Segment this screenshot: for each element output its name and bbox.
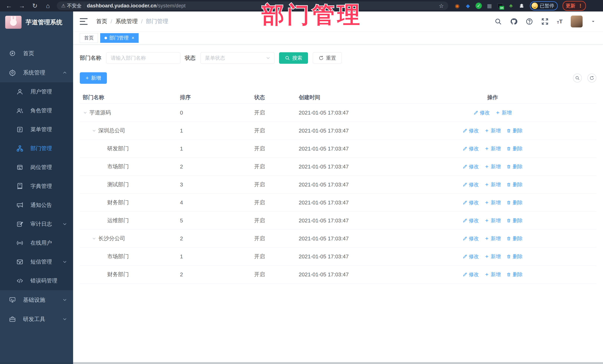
action-plus-link[interactable]: 新增 (485, 199, 501, 206)
plus-icon (485, 146, 489, 151)
action-plus-link[interactable]: 新增 (485, 127, 501, 134)
action-label: 修改 (469, 235, 479, 242)
tab-close-icon[interactable]: × (132, 35, 134, 41)
action-plus-link[interactable]: 新增 (495, 109, 512, 116)
action-label: 新增 (491, 235, 501, 242)
action-pencil-link[interactable]: 修改 (463, 163, 479, 170)
sidebar-item-6-badge-icon[interactable]: 岗位管理 (0, 158, 73, 177)
browser-update-button[interactable]: 更新 ⋮ (563, 1, 586, 11)
sidebar-item-9-audit-log-icon[interactable]: 审计日志 (0, 215, 73, 233)
bookmark-star-icon[interactable]: ☆ (439, 3, 444, 9)
extension-puzzle-icon[interactable] (518, 2, 525, 9)
extension-leaf-icon[interactable]: ♣ (508, 2, 514, 9)
sidebar-item-3-users-icon[interactable]: 角色管理 (0, 101, 73, 120)
action-pencil-link[interactable]: 修改 (463, 181, 479, 188)
action-trash-link[interactable]: 删除 (506, 199, 523, 206)
sidebar-item-8-announcement-icon[interactable]: 通知公告 (0, 196, 73, 215)
col-header-sort: 排序 (180, 94, 254, 101)
action-pencil-link[interactable]: 修改 (463, 271, 479, 278)
sidebar-item-label: 在线用户 (30, 239, 68, 247)
sidebar-item-5-org-tree-icon[interactable]: 部门管理 (0, 139, 73, 158)
search-button[interactable]: 搜索 (279, 52, 308, 64)
refresh-button[interactable] (587, 74, 596, 82)
tab-1[interactable]: 部门管理× (100, 33, 139, 43)
action-plus-link[interactable]: 新增 (485, 217, 501, 224)
github-icon[interactable] (510, 18, 517, 25)
dept-sort: 2 (180, 272, 254, 278)
status-select[interactable]: 菜单状态 (200, 52, 275, 64)
sidebar-item-2-user-icon[interactable]: 用户管理 (0, 82, 73, 101)
toggle-search-button[interactable] (573, 74, 582, 82)
breadcrumb-item-1[interactable]: 系统管理 (116, 18, 138, 25)
user-avatar[interactable] (571, 16, 583, 27)
user-menu-caret-icon[interactable] (591, 19, 596, 24)
extension-orange-icon[interactable]: ◉ (454, 2, 461, 9)
browser-menu-icon[interactable]: ⋮ (578, 3, 583, 9)
browser-back-icon[interactable]: ← (5, 2, 13, 10)
action-label: 新增 (491, 145, 501, 152)
plus-icon (485, 200, 489, 205)
action-pencil-link[interactable]: 修改 (463, 217, 479, 224)
sidebar-item-13-infrastructure-icon[interactable]: 基础设施 (0, 290, 73, 309)
action-pencil-link[interactable]: 修改 (474, 109, 490, 116)
site-security-warning[interactable]: ⚠不安全 (61, 3, 81, 9)
address-bar[interactable]: ⚠不安全 dashboard.yudao.iocoder.cn/system/d… (57, 1, 448, 10)
users-icon (16, 107, 23, 114)
action-trash-link[interactable]: 删除 (506, 145, 523, 152)
table-body: 芋道源码0开启2021-01-05 17:03:47修改新增深圳总公司1开启20… (80, 104, 596, 284)
extension-green-check-icon[interactable]: ✓ (475, 2, 482, 9)
browser-home-icon[interactable]: ⌂ (44, 2, 52, 10)
search-icon[interactable] (494, 18, 502, 25)
action-trash-link[interactable]: 删除 (506, 253, 523, 260)
sidebar-collapse-icon[interactable] (80, 18, 88, 25)
sidebar-item-1-gear-icon[interactable]: 系统管理 (0, 63, 73, 82)
sidebar-item-4-menu-list-icon[interactable]: 菜单管理 (0, 120, 73, 139)
extension-grid-icon[interactable]: ▦ (486, 2, 493, 9)
profile-paused-pill[interactable]: 已暂停 (530, 1, 558, 10)
extension-blue-icon[interactable]: ◆ (464, 2, 471, 9)
sidebar-item-10-online-users-icon[interactable]: 在线用户 (0, 233, 73, 253)
tab-0[interactable]: 首页 (80, 33, 98, 43)
browser-forward-icon[interactable]: → (18, 2, 26, 10)
plus-icon (485, 218, 489, 223)
row-expand-caret-icon[interactable] (92, 236, 98, 241)
action-plus-link[interactable]: 新增 (485, 271, 501, 278)
action-plus-link[interactable]: 新增 (485, 253, 501, 260)
sidebar-item-12-error-code-icon[interactable]: 错误码管理 (0, 271, 73, 290)
app-logo-row[interactable]: 芋道管理系统 (0, 11, 73, 33)
action-trash-link[interactable]: 删除 (506, 163, 523, 170)
reset-button[interactable]: 重置 (313, 52, 342, 64)
browser-reload-icon[interactable]: ↻ (31, 2, 39, 10)
action-trash-link[interactable]: 删除 (506, 217, 523, 224)
action-plus-link[interactable]: 新增 (485, 235, 501, 242)
action-trash-link[interactable]: 删除 (506, 235, 523, 242)
sidebar-item-0-dashboard-icon[interactable]: 首页 (0, 44, 73, 63)
sidebar-item-14-dev-tools-icon[interactable]: 研发工具 (0, 309, 73, 329)
dept-sort: 5 (180, 218, 254, 224)
action-plus-link[interactable]: 新增 (485, 181, 501, 188)
plus-icon: + (86, 75, 89, 81)
extension-on-badge-icon[interactable] (497, 2, 504, 9)
breadcrumb-item-0[interactable]: 首页 (96, 18, 107, 25)
action-trash-link[interactable]: 删除 (506, 127, 523, 134)
sidebar-item-7-dictionary-icon[interactable]: 字典管理 (0, 177, 73, 196)
add-button[interactable]: + 新增 (80, 72, 107, 84)
sidebar-item-11-sms-icon[interactable]: 短信管理 (0, 253, 73, 271)
help-icon[interactable] (526, 18, 533, 25)
action-pencil-link[interactable]: 修改 (463, 145, 479, 152)
dept-sort: 0 (180, 110, 254, 116)
fullscreen-icon[interactable] (541, 18, 549, 25)
action-pencil-link[interactable]: 修改 (463, 127, 479, 134)
action-pencil-link[interactable]: 修改 (463, 199, 479, 206)
action-trash-link[interactable]: 删除 (506, 181, 523, 188)
action-plus-link[interactable]: 新增 (485, 145, 501, 152)
dept-name-input[interactable] (106, 52, 180, 64)
action-plus-link[interactable]: 新增 (485, 163, 501, 170)
row-expand-caret-icon[interactable] (92, 128, 98, 133)
row-expand-caret-icon[interactable] (83, 110, 89, 115)
action-trash-link[interactable]: 删除 (506, 271, 523, 278)
action-pencil-link[interactable]: 修改 (463, 235, 479, 242)
dept-created-time: 2021-01-05 17:03:47 (299, 146, 440, 152)
font-size-icon[interactable]: TT (557, 19, 563, 24)
action-pencil-link[interactable]: 修改 (463, 253, 479, 260)
